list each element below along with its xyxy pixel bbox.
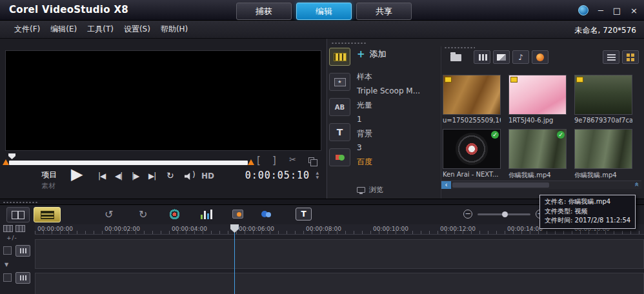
title-t-icon: T — [337, 127, 343, 137]
auto-music-button[interactable] — [232, 210, 243, 219]
grid-view-button[interactable] — [622, 50, 639, 64]
track-add-remove-button[interactable]: +/- — [6, 235, 17, 241]
minimize-button[interactable]: ─ — [598, 6, 603, 15]
filter-video-button[interactable] — [474, 50, 490, 64]
media-thumbnail-video[interactable] — [574, 129, 632, 169]
folder-item[interactable]: 样本 — [357, 70, 439, 84]
overlay-track-mute-icon[interactable] — [3, 273, 12, 282]
home-button[interactable]: |◀ — [98, 172, 105, 181]
motion-tracking-button[interactable] — [261, 210, 271, 219]
split-clip-button[interactable]: ✂ — [289, 155, 296, 164]
menu-help[interactable]: 帮助(H) — [161, 24, 188, 35]
menu-edit[interactable]: 编辑(E) — [50, 24, 77, 35]
trim-end-handle[interactable] — [248, 159, 254, 165]
track-manager-icon[interactable] — [3, 225, 13, 232]
sidebar-transition-button[interactable]: AB — [329, 98, 350, 116]
list-view-button[interactable] — [603, 50, 619, 64]
menu-settings[interactable]: 设置(S) — [124, 24, 150, 35]
panel-grip[interactable] — [331, 42, 366, 45]
overlay-track[interactable] — [35, 273, 644, 294]
add-folder-button[interactable]: + 添加 — [357, 46, 439, 62]
menu-file[interactable]: 文件(F) — [14, 24, 40, 35]
collapse-chevrons-icon[interactable]: « — [632, 182, 641, 186]
storyboard-view-button[interactable] — [6, 207, 30, 222]
volume-speaker-icon[interactable] — [185, 173, 192, 180]
browse-button[interactable]: 浏览 — [357, 185, 383, 195]
video-track-header-icon[interactable] — [15, 245, 30, 257]
scrubber-position-marker[interactable] — [8, 153, 15, 159]
hd-toggle[interactable]: HD — [201, 172, 214, 181]
track-expand-arrow-icon[interactable]: ▼ — [5, 262, 8, 268]
trim-start-handle[interactable] — [3, 159, 9, 165]
divider-grip[interactable] — [3, 201, 37, 204]
track-manager-icon-2[interactable] — [15, 225, 25, 232]
media-item[interactable]: u=1750255509,16... — [443, 75, 501, 124]
tab-capture[interactable]: 捕获 — [236, 3, 292, 20]
media-thumbnail-wood-blocks[interactable] — [443, 75, 501, 115]
scrollbar-thumb[interactable] — [452, 182, 549, 188]
play-button[interactable]: ▶ — [71, 165, 83, 183]
video-track-mute-icon[interactable] — [3, 246, 12, 255]
folder-item[interactable]: 1 — [357, 112, 439, 126]
media-thumbnail-anime[interactable] — [508, 75, 567, 115]
browse-label: 浏览 — [369, 185, 383, 195]
timeline-view-button[interactable] — [34, 207, 61, 222]
close-button[interactable]: × — [630, 6, 638, 15]
help-globe-icon[interactable] — [578, 5, 589, 15]
zoom-slider[interactable] — [478, 213, 530, 215]
media-thumbnail-video[interactable]: ✓ — [508, 129, 567, 169]
media-thumbnail-crowd[interactable] — [574, 75, 632, 115]
zoom-out-button[interactable]: − — [463, 210, 472, 219]
panel-grip-2[interactable] — [444, 46, 475, 50]
repeat-button[interactable]: ↻ — [166, 170, 174, 181]
folder-item[interactable]: 光量 — [357, 98, 439, 112]
mode-project-button[interactable]: 项目 — [41, 170, 57, 181]
media-item-label: 9e78679370af7ca... — [574, 117, 632, 124]
folder-item[interactable]: 3 — [357, 141, 439, 155]
tab-edit[interactable]: 编辑 — [296, 3, 352, 20]
overlay-track-header-icon[interactable] — [15, 272, 30, 284]
media-item[interactable]: ✓ Ken Arai - NEXT... — [443, 129, 501, 178]
folder-item-selected[interactable]: 百度 — [357, 155, 439, 169]
zoom-slider-handle[interactable] — [502, 211, 508, 217]
video-track[interactable] — [35, 239, 644, 269]
timecode-spinner[interactable]: ▲ ▼ — [316, 171, 319, 179]
media-thumbnail-vinyl[interactable]: ✓ — [443, 129, 501, 169]
filter-motion-button[interactable] — [532, 50, 548, 64]
timecode-display[interactable]: 0:00:05:10 — [245, 170, 310, 181]
media-item[interactable]: 你瞒我瞒.mp4 — [574, 129, 632, 180]
import-folder-icon[interactable] — [450, 54, 461, 61]
sidebar-title-button[interactable]: T — [329, 123, 350, 141]
undo-button[interactable]: ↺ — [105, 208, 113, 220]
maximize-button[interactable]: □ — [613, 6, 621, 15]
previous-frame-button[interactable]: ◀| — [115, 172, 122, 181]
filter-photo-button[interactable] — [493, 50, 510, 64]
filter-audio-button[interactable]: ♪ — [512, 50, 529, 64]
tab-share[interactable]: 共享 — [356, 3, 412, 20]
sidebar-instant-project-button[interactable]: ★ — [329, 73, 350, 91]
sound-mixer-button[interactable] — [201, 209, 212, 219]
redo-button[interactable]: ↻ — [139, 208, 147, 220]
enlarge-preview-button[interactable] — [308, 157, 314, 163]
media-item[interactable]: 9e78679370af7ca... — [574, 75, 632, 124]
mode-clip-button[interactable]: 素材 — [41, 181, 55, 191]
folder-item[interactable]: 背景 — [357, 126, 439, 141]
file-tooltip: 文件名: 你瞒我瞒.mp4 文件类型: 视频 文件时间: 2017/2/8 11… — [539, 195, 636, 229]
sidebar-media-button[interactable] — [329, 48, 350, 66]
playhead-line[interactable] — [234, 224, 235, 294]
subtitle-editor-button[interactable]: T — [296, 208, 312, 220]
scroll-left-button[interactable]: ‹ — [441, 181, 451, 189]
spin-down-icon[interactable]: ▼ — [316, 175, 319, 179]
next-frame-button[interactable]: |▶ — [132, 172, 139, 181]
record-capture-button[interactable] — [169, 209, 180, 220]
media-item[interactable]: 1RT5J40-6.jpg — [508, 75, 567, 124]
scrubber-bar[interactable] — [9, 161, 248, 165]
media-item[interactable]: ✓ 你瞒我瞒.mp4 — [508, 129, 567, 180]
mark-out-button[interactable]: ] — [272, 155, 276, 166]
menu-tools[interactable]: 工具(T) — [87, 24, 114, 35]
mark-in-button[interactable]: [ — [257, 155, 261, 166]
library-scrollbar[interactable]: ‹ « — [441, 181, 641, 189]
sidebar-graphic-button[interactable] — [329, 148, 350, 166]
end-button[interactable]: ▶| — [148, 172, 156, 181]
folder-item[interactable]: Triple Scoop M... — [357, 84, 439, 98]
